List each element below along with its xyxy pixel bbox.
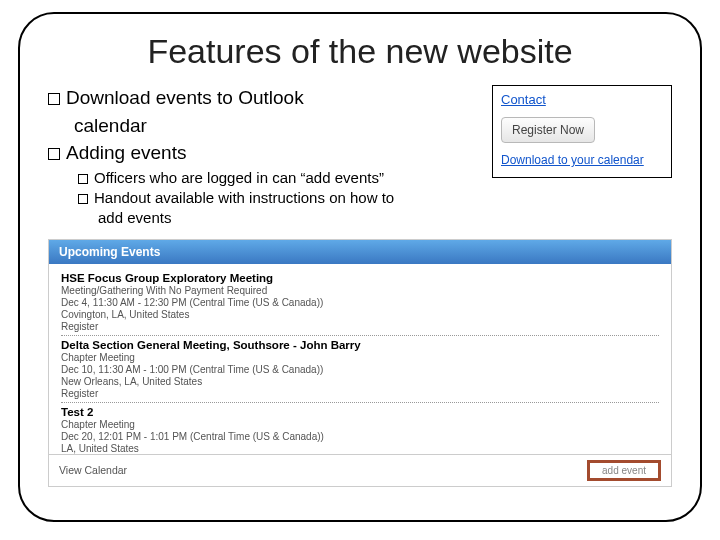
- panel-footer: View Calendar add event: [49, 454, 671, 486]
- event-item: HSE Focus Group Exploratory Meeting Meet…: [61, 272, 659, 332]
- bullet-2-text: Adding events: [66, 142, 186, 163]
- square-bullet-icon: [78, 194, 88, 204]
- event-title[interactable]: Delta Section General Meeting, Southsore…: [61, 339, 659, 351]
- sub-bullet-2-text-a: Handout available with instructions on h…: [94, 189, 394, 206]
- event-title[interactable]: Test 2: [61, 406, 659, 418]
- square-bullet-icon: [48, 148, 60, 160]
- sub-bullet-1-text: Officers who are logged in can “add even…: [94, 169, 384, 186]
- bullet-1-text-a: Download events to Outlook: [66, 87, 304, 108]
- register-now-button[interactable]: Register Now: [501, 117, 595, 143]
- bullet-1-cont: calendar: [74, 113, 478, 139]
- divider: [61, 335, 659, 336]
- panel-header: Upcoming Events: [49, 240, 671, 264]
- event-item: Test 2 Chapter Meeting Dec 20, 12:01 PM …: [61, 406, 659, 454]
- contact-box: Contact Register Now Download to your ca…: [492, 85, 672, 178]
- sub-bullet-2-cont: add events: [98, 208, 478, 228]
- event-datetime: Dec 20, 12:01 PM - 1:01 PM (Central Time…: [61, 431, 659, 442]
- slide-title: Features of the new website: [48, 32, 672, 71]
- content-row: Download events to Outlook calendar Addi…: [48, 85, 672, 229]
- event-datetime: Dec 4, 11:30 AM - 12:30 PM (Central Time…: [61, 297, 659, 308]
- event-type: Chapter Meeting: [61, 419, 659, 430]
- bullet-1: Download events to Outlook: [48, 85, 478, 111]
- event-register-link[interactable]: Register: [61, 388, 659, 399]
- event-datetime: Dec 10, 11:30 AM - 1:00 PM (Central Time…: [61, 364, 659, 375]
- add-event-button[interactable]: add event: [587, 460, 661, 481]
- slide-frame: Features of the new website Download eve…: [18, 12, 702, 522]
- event-register-link[interactable]: Register: [61, 321, 659, 332]
- event-location: New Orleans, LA, United States: [61, 376, 659, 387]
- event-location: LA, United States: [61, 443, 659, 454]
- event-title[interactable]: HSE Focus Group Exploratory Meeting: [61, 272, 659, 284]
- sub-bullet-2: Handout available with instructions on h…: [78, 188, 478, 208]
- event-type: Chapter Meeting: [61, 352, 659, 363]
- event-type: Meeting/Gathering With No Payment Requir…: [61, 285, 659, 296]
- square-bullet-icon: [48, 93, 60, 105]
- sub-bullet-1: Officers who are logged in can “add even…: [78, 168, 478, 188]
- event-item: Delta Section General Meeting, Southsore…: [61, 339, 659, 399]
- bullet-column: Download events to Outlook calendar Addi…: [48, 85, 478, 229]
- panel-body: HSE Focus Group Exploratory Meeting Meet…: [49, 264, 671, 454]
- event-location: Covington, LA, United States: [61, 309, 659, 320]
- view-calendar-link[interactable]: View Calendar: [59, 464, 127, 476]
- bullet-2: Adding events: [48, 140, 478, 166]
- upcoming-events-panel: Upcoming Events HSE Focus Group Explorat…: [48, 239, 672, 487]
- contact-link[interactable]: Contact: [501, 92, 663, 107]
- divider: [61, 402, 659, 403]
- download-calendar-link[interactable]: Download to your calendar: [501, 153, 663, 167]
- square-bullet-icon: [78, 174, 88, 184]
